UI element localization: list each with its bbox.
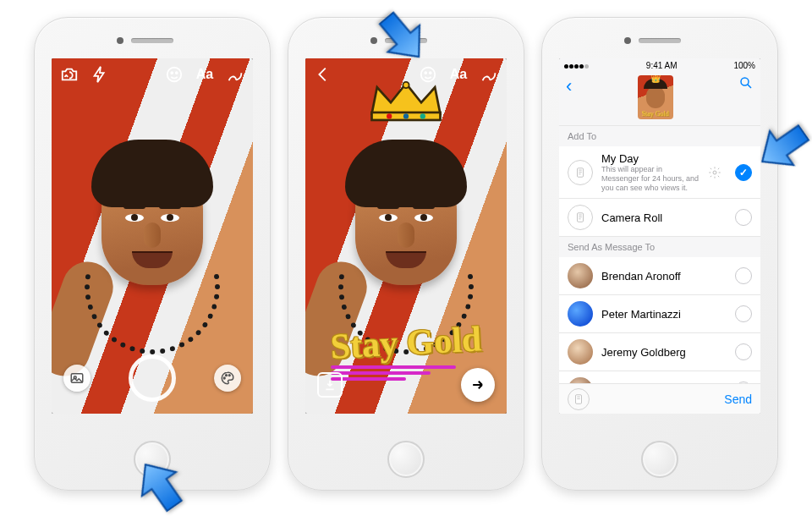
svg-rect-20 bbox=[576, 394, 582, 403]
contact-name: Jeremy Goldberg bbox=[601, 346, 727, 359]
contact-name: Peter Martinazzi bbox=[601, 308, 727, 321]
svg-point-18 bbox=[713, 171, 716, 174]
emoji-sticker-icon[interactable] bbox=[165, 65, 184, 84]
svg-point-0 bbox=[167, 68, 182, 82]
phone-camera-edit: Stay Gold Aa bbox=[288, 17, 524, 491]
svg-point-16 bbox=[741, 78, 749, 85]
svg-point-6 bbox=[226, 375, 228, 376]
my-day-icon bbox=[568, 160, 593, 185]
text-tool-icon[interactable]: Aa bbox=[195, 65, 214, 84]
status-battery: 100% bbox=[733, 61, 755, 70]
search-icon[interactable] bbox=[738, 75, 754, 91]
send-as-header: Send As Message To bbox=[559, 237, 760, 257]
camera-roll-title: Camera Roll bbox=[601, 211, 727, 224]
svg-point-15 bbox=[430, 72, 431, 74]
text-tool-icon[interactable]: Aa bbox=[449, 65, 468, 84]
camera-roll-row[interactable]: Camera Roll bbox=[559, 199, 760, 237]
avatar bbox=[568, 263, 593, 288]
avatar bbox=[568, 301, 593, 327]
draw-tool-icon[interactable] bbox=[480, 65, 498, 84]
contact-checkbox[interactable] bbox=[735, 267, 752, 284]
contact-row[interactable]: Peter Martinazzi bbox=[559, 295, 760, 333]
camera-roll-icon bbox=[568, 205, 593, 230]
avatar bbox=[568, 339, 593, 365]
my-day-subtitle: This will appear in Messenger for 24 hou… bbox=[601, 165, 700, 192]
contact-row[interactable]: Jeremy Goldberg bbox=[559, 333, 760, 371]
send-button[interactable]: Send bbox=[724, 392, 752, 406]
svg-point-5 bbox=[223, 377, 225, 379]
draw-tool-icon[interactable] bbox=[226, 65, 244, 84]
shutter-button[interactable] bbox=[129, 354, 176, 402]
back-chevron-icon[interactable] bbox=[314, 65, 332, 84]
contact-row[interactable]: Brendan Aronoff bbox=[559, 257, 760, 295]
my-day-checkbox[interactable] bbox=[735, 164, 752, 181]
effects-palette-button[interactable] bbox=[214, 365, 241, 392]
home-button[interactable] bbox=[387, 441, 425, 478]
preview-thumbnail[interactable]: 👑 Stay Gold bbox=[638, 75, 673, 119]
gallery-button[interactable] bbox=[63, 365, 91, 392]
svg-point-1 bbox=[171, 72, 173, 74]
contact-checkbox[interactable] bbox=[735, 305, 752, 322]
contact-checkbox[interactable] bbox=[735, 343, 752, 360]
svg-point-11 bbox=[420, 113, 425, 118]
svg-point-9 bbox=[387, 113, 392, 118]
status-bar: 9:41 AM 100% bbox=[559, 58, 760, 72]
flash-icon[interactable] bbox=[91, 65, 109, 84]
save-download-button[interactable] bbox=[317, 372, 343, 398]
svg-rect-19 bbox=[578, 213, 584, 222]
edit-canvas: Stay Gold Aa bbox=[305, 58, 507, 414]
add-to-header: Add To bbox=[559, 126, 760, 146]
svg-point-10 bbox=[403, 113, 409, 118]
phone-camera-capture: Aa bbox=[34, 17, 271, 491]
camera-viewfinder: Aa bbox=[52, 58, 253, 414]
next-arrow-button[interactable] bbox=[461, 368, 495, 402]
back-button[interactable]: ‹ bbox=[566, 75, 572, 97]
svg-point-7 bbox=[228, 375, 230, 376]
emoji-sticker-icon[interactable] bbox=[419, 65, 437, 84]
phone-share-sheet: 9:41 AM 100% ‹ 👑 Stay Gold bbox=[541, 17, 778, 491]
camera-roll-checkbox[interactable] bbox=[735, 209, 752, 226]
my-day-title: My Day bbox=[601, 152, 700, 165]
status-time: 9:41 AM bbox=[646, 61, 678, 70]
svg-point-2 bbox=[176, 72, 178, 74]
my-day-row[interactable]: My Day This will appear in Messenger for… bbox=[559, 146, 760, 199]
svg-rect-17 bbox=[578, 167, 584, 177]
gear-icon[interactable] bbox=[708, 166, 721, 179]
svg-point-14 bbox=[425, 72, 426, 74]
svg-point-13 bbox=[421, 68, 436, 82]
crown-sticker[interactable] bbox=[368, 80, 444, 122]
flip-camera-icon[interactable] bbox=[60, 65, 79, 84]
signal-strength-icon bbox=[564, 61, 590, 70]
home-button[interactable] bbox=[641, 441, 678, 478]
contact-name: Brendan Aronoff bbox=[601, 270, 727, 283]
compose-icon[interactable] bbox=[568, 388, 590, 410]
